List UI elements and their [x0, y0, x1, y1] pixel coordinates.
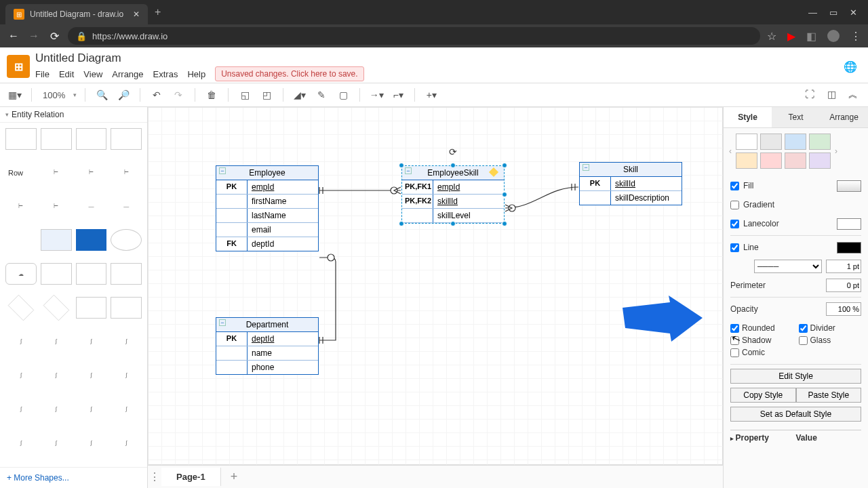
selection-handle[interactable]	[502, 221, 507, 226]
fill-color-icon[interactable]: ◢▾	[292, 89, 308, 100]
shape-thumb[interactable]	[41, 263, 72, 285]
shape-thumb[interactable]	[41, 128, 72, 150]
color-swatch[interactable]	[736, 134, 757, 150]
doc-title[interactable]: Untitled Diagram	[35, 52, 364, 65]
shape-thumb[interactable]	[111, 297, 142, 319]
comic-checkbox[interactable]	[730, 348, 739, 357]
perimeter-input[interactable]	[826, 279, 861, 292]
shape-thumb[interactable]: ∫	[111, 432, 142, 453]
shape-thumb[interactable]: —	[111, 196, 142, 218]
entity-skill[interactable]: −Skill PKskillId skillDescription	[579, 162, 682, 205]
line-color-icon[interactable]: ✎	[313, 89, 330, 100]
shape-thumb[interactable]	[41, 229, 72, 251]
browser-tab[interactable]: ⊞ Untitled Diagram - draw.io ✕	[5, 4, 148, 24]
tab-arrange[interactable]: Arrange	[820, 107, 868, 127]
copy-style-button[interactable]: Copy Style	[730, 388, 796, 403]
line-style-select[interactable]: ────	[754, 260, 822, 273]
canvas[interactable]: −Employee PKempId firstName lastName ema…	[148, 107, 723, 465]
shape-thumb[interactable]	[8, 295, 34, 321]
selection-handle[interactable]	[399, 163, 404, 168]
menu-help[interactable]: Help	[187, 69, 205, 79]
shape-thumb[interactable]: ⊢	[5, 196, 37, 218]
shape-thumb[interactable]: ∫	[5, 331, 37, 352]
more-shapes-link[interactable]: + More Shapes...	[0, 467, 147, 488]
add-page-button[interactable]: +	[221, 470, 248, 484]
shape-row-label[interactable]: Row	[5, 162, 37, 184]
window-minimize-icon[interactable]: ―	[808, 7, 817, 18]
menu-file[interactable]: File	[35, 69, 50, 79]
shape-thumb[interactable]	[76, 297, 107, 319]
shadow-icon[interactable]: ▢	[335, 89, 351, 100]
menu-arrange[interactable]: Arrange	[112, 69, 143, 79]
zoom-out-icon[interactable]: 🔎	[115, 89, 132, 100]
property-header[interactable]: Property	[730, 433, 796, 443]
format-panel-icon[interactable]: ◫	[823, 89, 840, 101]
connection-icon[interactable]: →▾	[368, 89, 384, 100]
shape-thumb[interactable]: ∫	[111, 398, 142, 420]
fill-color-button[interactable]	[837, 180, 861, 192]
waypoint-icon[interactable]: ⌐▾	[390, 89, 406, 100]
zoom-in-icon[interactable]: 🔍	[94, 89, 110, 100]
shadow-checkbox[interactable]	[730, 336, 739, 345]
shape-thumb[interactable]	[111, 263, 142, 285]
shape-thumb[interactable]: ⊢	[41, 162, 72, 184]
shape-thumb[interactable]: ∫	[41, 331, 72, 352]
entity-employee[interactable]: −Employee PKempId firstName lastName ema…	[216, 165, 319, 251]
tab-close-icon[interactable]: ✕	[133, 9, 140, 19]
zoom-value[interactable]: 100%	[40, 90, 68, 100]
menu-extras[interactable]: Extras	[153, 69, 178, 79]
entity-department[interactable]: −Department PKdeptId name phone	[216, 317, 319, 375]
shape-thumb[interactable]: ∫	[5, 365, 37, 386]
redo-icon[interactable]: ↷	[170, 89, 186, 100]
menu-edit[interactable]: Edit	[59, 69, 74, 79]
window-maximize-icon[interactable]: ▭	[829, 7, 837, 18]
color-swatch[interactable]	[785, 152, 806, 169]
menu-view[interactable]: View	[83, 69, 102, 79]
shape-thumb[interactable]	[5, 229, 37, 251]
nav-reload-icon[interactable]: ⟳	[47, 30, 61, 43]
shape-thumb[interactable]: ⊢	[111, 162, 142, 184]
star-icon[interactable]: ☆	[767, 30, 776, 43]
shape-thumb[interactable]: ∫	[5, 432, 37, 453]
window-close-icon[interactable]: ✕	[850, 7, 857, 18]
youtube-icon[interactable]: ▶	[787, 30, 795, 43]
shape-thumb[interactable]	[76, 263, 107, 285]
paste-style-button[interactable]: Paste Style	[796, 388, 862, 403]
divider-checkbox[interactable]	[799, 324, 808, 333]
edit-style-button[interactable]: Edit Style	[730, 369, 861, 384]
shape-thumb[interactable]: ⊢	[76, 162, 107, 184]
shape-thumb[interactable]: ☁	[5, 263, 37, 285]
line-color-button[interactable]	[837, 242, 861, 253]
selection-handle[interactable]	[502, 163, 507, 168]
rotate-handle-icon[interactable]: ⟳	[449, 146, 457, 157]
address-bar[interactable]: 🔒 https://www.draw.io	[68, 27, 760, 45]
shape-thumb[interactable]: ∫	[41, 432, 72, 453]
selection-handle[interactable]	[450, 221, 456, 226]
shape-thumb[interactable]: ∫	[111, 331, 142, 352]
shape-thumb[interactable]: ∫	[76, 331, 107, 352]
line-width-input[interactable]	[826, 260, 861, 273]
add-icon[interactable]: +▾	[423, 89, 439, 100]
to-back-icon[interactable]: ◰	[258, 89, 275, 100]
delete-icon[interactable]: 🗑	[203, 89, 220, 100]
nav-forward-icon[interactable]: →	[27, 30, 41, 42]
selection-handle[interactable]	[502, 192, 507, 197]
menu-icon[interactable]: ⋮	[850, 30, 861, 43]
shape-thumb[interactable]	[111, 229, 142, 251]
to-front-icon[interactable]: ◱	[237, 89, 253, 100]
glass-checkbox[interactable]	[799, 336, 808, 345]
color-swatch[interactable]	[760, 134, 782, 150]
shape-thumb[interactable]: ∫	[76, 365, 107, 386]
shape-thumb[interactable]	[76, 229, 107, 251]
sidebar-toggle-icon[interactable]: ▦▾	[7, 89, 23, 100]
opacity-input[interactable]	[826, 302, 861, 316]
color-swatch[interactable]	[809, 134, 831, 150]
color-swatch[interactable]	[785, 134, 806, 150]
page-tab[interactable]: Page-1	[161, 468, 221, 486]
lanecolor-checkbox[interactable]	[730, 220, 739, 228]
default-style-button[interactable]: Set as Default Style	[730, 407, 861, 422]
unsaved-warning[interactable]: Unsaved changes. Click here to save.	[215, 66, 363, 81]
globe-icon[interactable]: 🌐	[844, 60, 861, 73]
sidebar-section-header[interactable]: Entity Relation	[0, 107, 147, 123]
shape-thumb[interactable]: —	[76, 196, 107, 218]
